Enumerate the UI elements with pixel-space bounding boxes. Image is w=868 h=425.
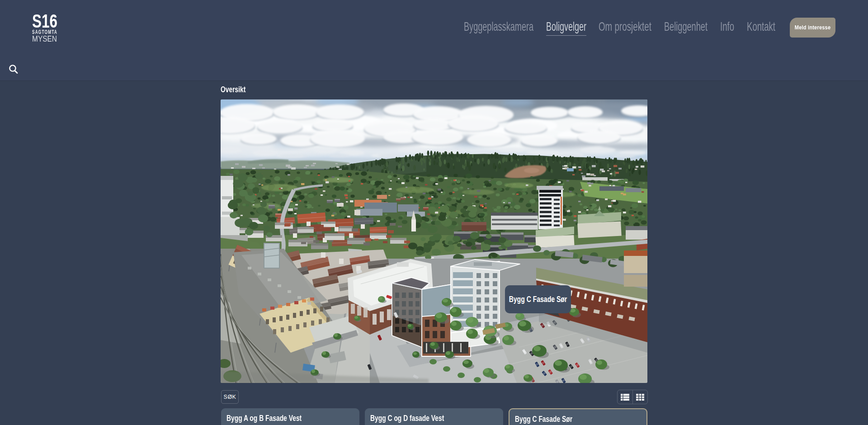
svg-text:Bygg C Fasade Sør: Bygg C Fasade Sør — [509, 294, 567, 303]
